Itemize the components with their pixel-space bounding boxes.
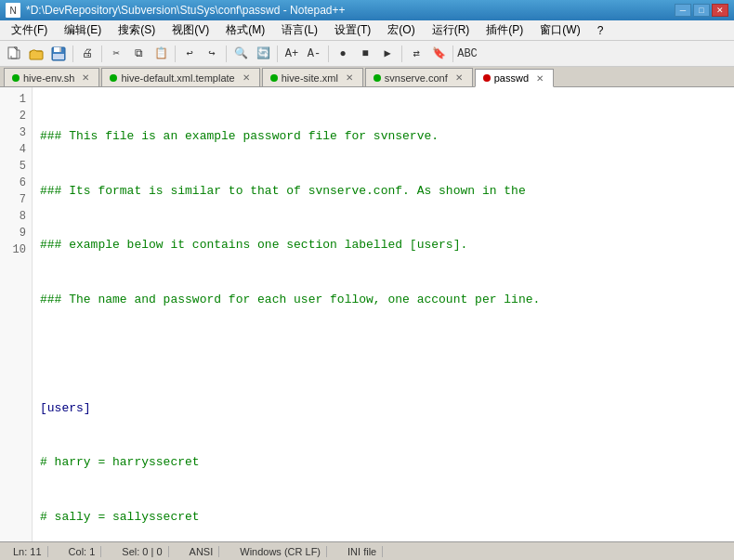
tab-close-icon[interactable]: ✕ bbox=[242, 72, 250, 83]
menu-edit[interactable]: 编辑(E) bbox=[57, 20, 109, 40]
paste-button[interactable]: 📋 bbox=[151, 44, 171, 64]
tab-svnserve[interactable]: svnserve.conf ✕ bbox=[365, 68, 473, 86]
toolbar-sep-3 bbox=[175, 46, 176, 62]
cut-button[interactable]: ✂ bbox=[106, 44, 126, 64]
svg-rect-5 bbox=[53, 54, 64, 59]
toolbar-sep-7 bbox=[401, 46, 402, 62]
line-num-3: 3 bbox=[6, 124, 26, 141]
line-num-8: 8 bbox=[6, 208, 26, 225]
code-line-5 bbox=[40, 345, 727, 363]
tab-hive-env[interactable]: hive-env.sh ✕ bbox=[4, 68, 99, 86]
toolbar-sep-2 bbox=[101, 46, 102, 62]
menu-file[interactable]: 文件(F) bbox=[4, 20, 55, 40]
status-lang: INI file bbox=[342, 546, 383, 557]
code-line-6: [users] bbox=[40, 399, 727, 418]
line-num-10: 10 bbox=[6, 241, 26, 258]
status-col: Col: 1 bbox=[63, 546, 102, 557]
replace-button[interactable]: 🔄 bbox=[253, 44, 273, 64]
menu-bar: 文件(F) 编辑(E) 搜索(S) 视图(V) 格式(M) 语言(L) 设置(T… bbox=[0, 20, 734, 41]
tab-label: svnserve.conf bbox=[385, 72, 448, 84]
menu-macro[interactable]: 宏(O) bbox=[380, 20, 422, 40]
menu-search[interactable]: 搜索(S) bbox=[111, 20, 163, 40]
line-num-5: 5 bbox=[6, 158, 26, 175]
toolbar-sep-6 bbox=[328, 46, 329, 62]
play-button[interactable]: ▶ bbox=[377, 44, 398, 64]
editor-container: 1 2 3 4 5 6 7 8 9 10 ### This file is an… bbox=[0, 87, 734, 541]
status-line: Ln: 11 bbox=[7, 546, 48, 557]
tab-close-icon[interactable]: ✕ bbox=[536, 73, 544, 84]
tab-icon bbox=[270, 74, 278, 82]
tab-close-icon[interactable]: ✕ bbox=[346, 72, 353, 83]
stop-button[interactable]: ■ bbox=[355, 44, 375, 64]
window-title: *D:\DevRepository\Subversion\StuSys\conf… bbox=[26, 4, 675, 17]
line-num-4: 4 bbox=[6, 141, 26, 158]
status-encoding: ANSI bbox=[184, 546, 220, 557]
zoom-out-button[interactable]: A- bbox=[304, 44, 324, 64]
save-button[interactable] bbox=[48, 44, 69, 64]
tab-label: passwd bbox=[494, 72, 529, 84]
zoom-in-button[interactable]: A+ bbox=[282, 44, 302, 64]
svg-rect-4 bbox=[59, 47, 61, 52]
code-line-2: ### Its format is similar to that of svn… bbox=[40, 182, 727, 201]
code-line-1: ### This file is an example password fil… bbox=[40, 127, 727, 146]
app-icon: N bbox=[6, 3, 20, 18]
redo-button[interactable]: ↪ bbox=[202, 44, 222, 64]
tab-bar: hive-env.sh ✕ hive-default.xml.template … bbox=[0, 67, 734, 87]
bookmark-button[interactable]: 🔖 bbox=[428, 44, 449, 64]
status-sel: Sel: 0 | 0 bbox=[116, 546, 168, 557]
menu-format[interactable]: 格式(M) bbox=[218, 20, 272, 40]
line-numbers: 1 2 3 4 5 6 7 8 9 10 bbox=[0, 87, 33, 541]
toolbar-sep-8 bbox=[452, 46, 453, 62]
line-num-7: 7 bbox=[6, 191, 26, 208]
toolbar-sep-5 bbox=[277, 46, 278, 62]
tab-label: hive-site.xml bbox=[282, 72, 338, 84]
toolbar-sep-4 bbox=[226, 46, 227, 62]
tab-close-icon[interactable]: ✕ bbox=[82, 72, 89, 83]
line-num-1: 1 bbox=[6, 91, 26, 108]
copy-button[interactable]: ⧉ bbox=[128, 44, 149, 64]
code-line-4: ### The name and password for each user … bbox=[40, 291, 727, 309]
menu-help[interactable]: ? bbox=[590, 22, 611, 39]
close-button[interactable]: ✕ bbox=[712, 4, 728, 17]
code-line-3: ### example below it contains one sectio… bbox=[40, 236, 727, 254]
line-num-6: 6 bbox=[6, 175, 26, 191]
tab-icon bbox=[374, 74, 381, 82]
tab-close-icon[interactable]: ✕ bbox=[455, 72, 463, 83]
tab-label: hive-env.sh bbox=[23, 72, 74, 84]
tab-hive-site[interactable]: hive-site.xml ✕ bbox=[262, 68, 363, 86]
tab-passwd[interactable]: passwd ✕ bbox=[475, 69, 554, 87]
menu-view[interactable]: 视图(V) bbox=[164, 20, 216, 40]
line-num-2: 2 bbox=[6, 108, 26, 124]
abc-button[interactable]: ABC bbox=[457, 44, 478, 64]
tab-hive-default[interactable]: hive-default.xml.template ✕ bbox=[101, 68, 259, 86]
code-editor[interactable]: ### This file is an example password fil… bbox=[33, 87, 734, 541]
status-type: Windows (CR LF) bbox=[234, 546, 327, 557]
tab-icon bbox=[483, 74, 491, 82]
menu-language[interactable]: 语言(L) bbox=[274, 20, 325, 40]
new-button[interactable] bbox=[4, 44, 24, 64]
toolbar-sep-1 bbox=[72, 46, 73, 62]
toolbar: 🖨 ✂ ⧉ 📋 ↩ ↪ 🔍 🔄 A+ A- ● ■ ▶ ⇄ 🔖 ABC bbox=[0, 41, 734, 67]
window-controls: ─ □ ✕ bbox=[675, 4, 728, 17]
undo-button[interactable]: ↩ bbox=[179, 44, 200, 64]
tab-label: hive-default.xml.template bbox=[121, 72, 234, 84]
tab-icon bbox=[110, 74, 117, 82]
title-bar: N *D:\DevRepository\Subversion\StuSys\co… bbox=[0, 0, 734, 20]
code-line-8: # sally = sallyssecret bbox=[40, 508, 727, 527]
find-button[interactable]: 🔍 bbox=[230, 44, 251, 64]
menu-plugins[interactable]: 插件(P) bbox=[478, 20, 531, 40]
menu-settings[interactable]: 设置(T) bbox=[327, 20, 378, 40]
code-line-7: # harry = harryssecret bbox=[40, 453, 727, 472]
sync-button[interactable]: ⇄ bbox=[406, 44, 426, 64]
menu-run[interactable]: 运行(R) bbox=[425, 20, 478, 40]
tab-icon bbox=[12, 74, 20, 82]
status-bar: Ln: 11 Col: 1 Sel: 0 | 0 ANSI Windows (C… bbox=[0, 541, 734, 560]
print-button[interactable]: 🖨 bbox=[77, 44, 98, 64]
line-num-9: 9 bbox=[6, 225, 26, 241]
menu-window[interactable]: 窗口(W) bbox=[532, 20, 587, 40]
open-button[interactable] bbox=[26, 44, 46, 64]
maximize-button[interactable]: □ bbox=[693, 4, 710, 17]
record-button[interactable]: ● bbox=[333, 44, 353, 64]
minimize-button[interactable]: ─ bbox=[675, 4, 691, 17]
